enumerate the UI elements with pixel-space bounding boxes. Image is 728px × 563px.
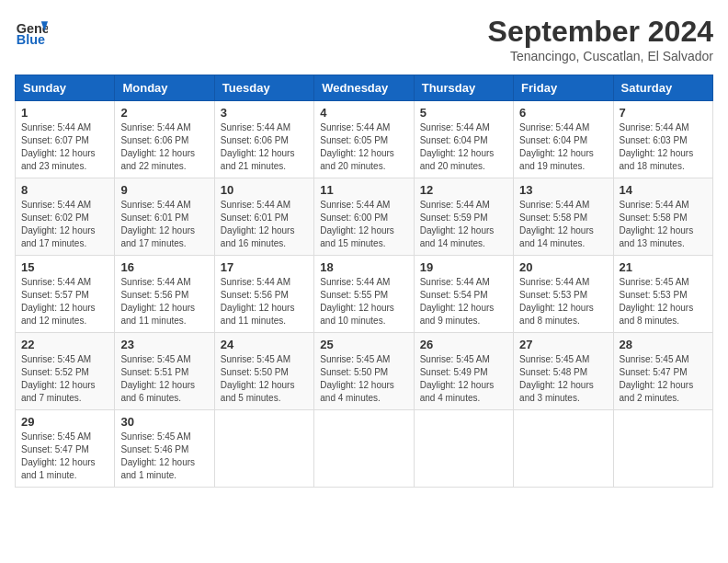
day-cell (314, 410, 414, 488)
day-info: Sunrise: 5:44 AM Sunset: 5:53 PM Dayligh… (519, 276, 607, 327)
day-cell: 2Sunrise: 5:44 AM Sunset: 6:06 PM Daylig… (115, 101, 214, 178)
day-number: 15 (21, 260, 108, 274)
day-number: 2 (120, 106, 208, 120)
day-cell: 19Sunrise: 5:44 AM Sunset: 5:54 PM Dayli… (414, 256, 513, 333)
day-number: 27 (519, 338, 607, 351)
day-cell (214, 410, 313, 488)
week-row-3: 15Sunrise: 5:44 AM Sunset: 5:57 PM Dayli… (16, 256, 713, 333)
day-info: Sunrise: 5:44 AM Sunset: 6:06 PM Dayligh… (120, 121, 208, 173)
day-cell: 26Sunrise: 5:45 AM Sunset: 5:49 PM Dayli… (414, 333, 513, 410)
day-cell: 9Sunrise: 5:44 AM Sunset: 6:01 PM Daylig… (115, 178, 214, 256)
day-info: Sunrise: 5:44 AM Sunset: 5:54 PM Dayligh… (420, 276, 507, 327)
day-number: 21 (620, 260, 707, 274)
day-cell: 11Sunrise: 5:44 AM Sunset: 6:00 PM Dayli… (314, 178, 414, 256)
day-number: 26 (420, 338, 507, 351)
day-info: Sunrise: 5:44 AM Sunset: 6:05 PM Dayligh… (320, 121, 407, 173)
day-number: 1 (21, 106, 108, 120)
day-number: 13 (519, 183, 607, 197)
day-cell: 23Sunrise: 5:45 AM Sunset: 5:51 PM Dayli… (115, 333, 214, 410)
day-number: 24 (221, 338, 308, 351)
day-number: 10 (221, 183, 308, 197)
day-info: Sunrise: 5:45 AM Sunset: 5:50 PM Dayligh… (320, 353, 407, 405)
day-number: 23 (120, 338, 208, 351)
day-info: Sunrise: 5:44 AM Sunset: 6:00 PM Dayligh… (320, 199, 407, 250)
day-cell: 5Sunrise: 5:44 AM Sunset: 6:04 PM Daylig… (414, 101, 513, 178)
day-cell: 14Sunrise: 5:44 AM Sunset: 5:58 PM Dayli… (613, 178, 712, 256)
day-info: Sunrise: 5:44 AM Sunset: 6:01 PM Dayligh… (221, 199, 308, 250)
day-cell: 28Sunrise: 5:45 AM Sunset: 5:47 PM Dayli… (613, 333, 712, 410)
day-cell: 6Sunrise: 5:44 AM Sunset: 6:04 PM Daylig… (514, 101, 613, 178)
day-info: Sunrise: 5:44 AM Sunset: 5:58 PM Dayligh… (620, 199, 707, 250)
calendar-table: SundayMondayTuesdayWednesdayThursdayFrid… (15, 75, 713, 488)
day-cell (514, 410, 613, 488)
day-info: Sunrise: 5:45 AM Sunset: 5:50 PM Dayligh… (221, 353, 308, 405)
day-number: 9 (120, 183, 208, 197)
day-info: Sunrise: 5:45 AM Sunset: 5:52 PM Dayligh… (21, 353, 108, 405)
day-number: 14 (620, 183, 707, 197)
day-number: 12 (420, 183, 507, 197)
col-header-saturday: Saturday (613, 75, 712, 101)
day-info: Sunrise: 5:45 AM Sunset: 5:48 PM Dayligh… (519, 353, 607, 405)
day-cell: 30Sunrise: 5:45 AM Sunset: 5:46 PM Dayli… (115, 410, 214, 488)
day-cell: 15Sunrise: 5:44 AM Sunset: 5:57 PM Dayli… (16, 256, 115, 333)
day-info: Sunrise: 5:45 AM Sunset: 5:47 PM Dayligh… (21, 431, 108, 482)
day-cell: 13Sunrise: 5:44 AM Sunset: 5:58 PM Dayli… (514, 178, 613, 256)
day-number: 28 (620, 338, 707, 351)
day-cell (613, 410, 712, 488)
page-header: General Blue September 2024 Tenancingo, … (15, 15, 713, 63)
day-number: 20 (519, 260, 607, 274)
day-number: 7 (620, 106, 707, 120)
day-info: Sunrise: 5:44 AM Sunset: 5:59 PM Dayligh… (420, 199, 507, 250)
day-number: 19 (420, 260, 507, 274)
col-header-thursday: Thursday (414, 75, 513, 101)
day-info: Sunrise: 5:45 AM Sunset: 5:53 PM Dayligh… (620, 276, 707, 327)
day-cell: 1Sunrise: 5:44 AM Sunset: 6:07 PM Daylig… (16, 101, 115, 178)
week-row-1: 1Sunrise: 5:44 AM Sunset: 6:07 PM Daylig… (16, 101, 713, 178)
day-info: Sunrise: 5:44 AM Sunset: 5:56 PM Dayligh… (221, 276, 308, 327)
day-cell: 7Sunrise: 5:44 AM Sunset: 6:03 PM Daylig… (613, 101, 712, 178)
day-cell: 17Sunrise: 5:44 AM Sunset: 5:56 PM Dayli… (214, 256, 313, 333)
day-cell: 3Sunrise: 5:44 AM Sunset: 6:06 PM Daylig… (214, 101, 313, 178)
day-cell: 4Sunrise: 5:44 AM Sunset: 6:05 PM Daylig… (314, 101, 414, 178)
day-info: Sunrise: 5:45 AM Sunset: 5:46 PM Dayligh… (120, 431, 208, 482)
month-title: September 2024 (488, 15, 713, 49)
day-cell: 20Sunrise: 5:44 AM Sunset: 5:53 PM Dayli… (514, 256, 613, 333)
col-header-monday: Monday (115, 75, 214, 101)
day-info: Sunrise: 5:44 AM Sunset: 6:07 PM Dayligh… (21, 121, 108, 173)
title-block: September 2024 Tenancingo, Cuscatlan, El… (488, 15, 713, 63)
day-cell: 24Sunrise: 5:45 AM Sunset: 5:50 PM Dayli… (214, 333, 313, 410)
day-info: Sunrise: 5:44 AM Sunset: 5:56 PM Dayligh… (120, 276, 208, 327)
week-row-4: 22Sunrise: 5:45 AM Sunset: 5:52 PM Dayli… (16, 333, 713, 410)
day-number: 25 (320, 338, 407, 351)
day-number: 3 (221, 106, 308, 120)
location-title: Tenancingo, Cuscatlan, El Salvador (488, 49, 713, 63)
col-header-friday: Friday (514, 75, 613, 101)
col-header-wednesday: Wednesday (314, 75, 414, 101)
day-info: Sunrise: 5:45 AM Sunset: 5:49 PM Dayligh… (420, 353, 507, 405)
day-cell: 8Sunrise: 5:44 AM Sunset: 6:02 PM Daylig… (16, 178, 115, 256)
day-number: 4 (320, 106, 407, 120)
day-cell: 22Sunrise: 5:45 AM Sunset: 5:52 PM Dayli… (16, 333, 115, 410)
day-info: Sunrise: 5:45 AM Sunset: 5:47 PM Dayligh… (620, 353, 707, 405)
day-cell: 21Sunrise: 5:45 AM Sunset: 5:53 PM Dayli… (613, 256, 712, 333)
day-info: Sunrise: 5:45 AM Sunset: 5:51 PM Dayligh… (120, 353, 208, 405)
day-info: Sunrise: 5:44 AM Sunset: 5:55 PM Dayligh… (320, 276, 407, 327)
day-info: Sunrise: 5:44 AM Sunset: 6:04 PM Dayligh… (420, 121, 507, 173)
col-header-tuesday: Tuesday (214, 75, 313, 101)
day-info: Sunrise: 5:44 AM Sunset: 6:03 PM Dayligh… (620, 121, 707, 173)
day-number: 22 (21, 338, 108, 351)
week-row-2: 8Sunrise: 5:44 AM Sunset: 6:02 PM Daylig… (16, 178, 713, 256)
day-number: 11 (320, 183, 407, 197)
day-number: 6 (519, 106, 607, 120)
svg-text:Blue: Blue (17, 32, 45, 47)
day-info: Sunrise: 5:44 AM Sunset: 5:58 PM Dayligh… (519, 199, 607, 250)
day-cell (414, 410, 513, 488)
day-info: Sunrise: 5:44 AM Sunset: 6:02 PM Dayligh… (21, 199, 108, 250)
day-cell: 18Sunrise: 5:44 AM Sunset: 5:55 PM Dayli… (314, 256, 414, 333)
day-number: 16 (120, 260, 208, 274)
day-info: Sunrise: 5:44 AM Sunset: 5:57 PM Dayligh… (21, 276, 108, 327)
day-cell: 25Sunrise: 5:45 AM Sunset: 5:50 PM Dayli… (314, 333, 414, 410)
day-info: Sunrise: 5:44 AM Sunset: 6:04 PM Dayligh… (519, 121, 607, 173)
week-row-5: 29Sunrise: 5:45 AM Sunset: 5:47 PM Dayli… (16, 410, 713, 488)
day-number: 8 (21, 183, 108, 197)
